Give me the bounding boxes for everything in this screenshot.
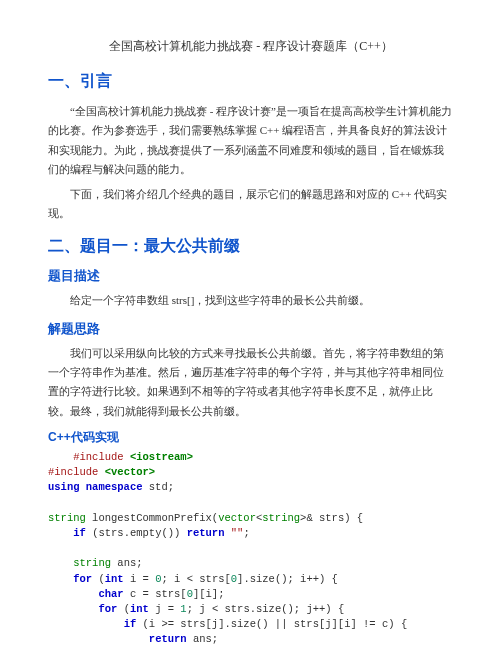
document-title: 全国高校计算机能力挑战赛 - 程序设计赛题库（C++） — [48, 38, 454, 55]
subheading-approach: 解题思路 — [48, 320, 454, 338]
subheading-desc: 题目描述 — [48, 267, 454, 285]
code-block: #include <iostream> #include <vector> us… — [48, 450, 454, 649]
intro-paragraph-1: “全国高校计算机能力挑战赛 - 程序设计赛”是一项旨在提高高校学生计算机能力的比… — [48, 102, 454, 179]
solution-paragraph: 我们可以采用纵向比较的方式来寻找最长公共前缀。首先，将字符串数组的第一个字符串作… — [48, 344, 454, 421]
section-1-heading: 一、引言 — [48, 71, 454, 92]
problem-description: 给定一个字符串数组 strs[]，找到这些字符串的最长公共前缀。 — [48, 291, 454, 310]
intro-paragraph-2: 下面，我们将介绍几个经典的题目，展示它们的解题思路和对应的 C++ 代码实现。 — [48, 185, 454, 224]
subheading-code: C++代码实现 — [48, 429, 454, 446]
section-2-heading: 二、题目一：最大公共前缀 — [48, 236, 454, 257]
page: 全国高校计算机能力挑战赛 - 程序设计赛题库（C++） 一、引言 “全国高校计算… — [0, 0, 502, 649]
